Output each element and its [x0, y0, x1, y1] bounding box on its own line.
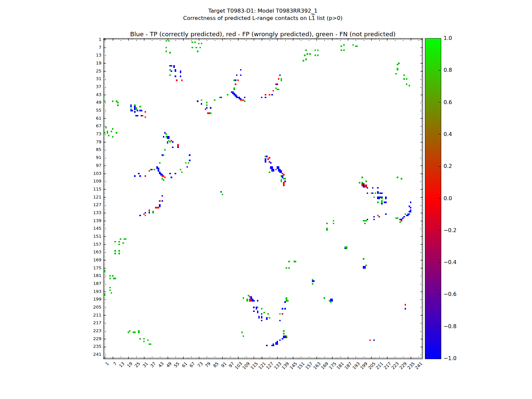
y-major-tick — [420, 323, 423, 324]
y-major-tick — [104, 315, 106, 316]
y-tick-label: 103 — [87, 171, 101, 176]
y-tick-label: 31 — [87, 76, 101, 81]
y-tick-label: 133 — [87, 210, 101, 215]
y-minor-ticks-right — [421, 39, 423, 359]
y-tick-label: 121 — [87, 195, 101, 200]
y-major-tick — [420, 182, 423, 182]
y-major-tick — [420, 126, 423, 127]
y-major-tick — [420, 63, 423, 64]
x-tick-label: 133 — [253, 361, 283, 391]
y-major-tick — [420, 260, 423, 260]
x-tick-label: 25 — [111, 361, 141, 391]
x-major-tick — [176, 39, 176, 41]
x-tick-label: 85 — [190, 361, 220, 391]
y-major-tick — [104, 252, 106, 253]
x-tick-label: 223 — [370, 361, 400, 391]
y-major-tick — [104, 126, 106, 127]
x-tick-label: 175 — [308, 361, 337, 391]
x-major-tick — [176, 356, 176, 359]
colorbar-tick-label: −0.6 — [444, 291, 464, 297]
x-tick-label: 235 — [386, 361, 416, 391]
x-major-tick — [332, 356, 332, 359]
x-major-tick — [207, 356, 207, 359]
x-major-tick — [160, 39, 160, 41]
x-tick-label: 61 — [159, 361, 189, 391]
x-major-tick — [277, 356, 278, 359]
y-tick-label: 193 — [87, 289, 101, 294]
y-major-tick — [104, 331, 106, 332]
y-major-tick — [104, 268, 106, 268]
y-major-tick — [104, 300, 106, 300]
x-major-tick — [293, 356, 293, 359]
x-major-tick — [222, 356, 223, 359]
figure-title-line2: Correctness of predicted L-range contact… — [0, 15, 526, 22]
y-tick-label: 55 — [87, 108, 101, 113]
y-major-tick — [420, 347, 423, 347]
y-major-tick — [104, 103, 106, 103]
y-tick-label: 187 — [87, 281, 101, 286]
y-major-tick — [420, 292, 423, 292]
y-major-tick — [104, 284, 106, 284]
x-major-tick — [301, 39, 301, 41]
x-major-tick — [293, 39, 293, 41]
y-major-tick — [104, 339, 106, 339]
y-tick-label: 91 — [87, 155, 101, 160]
x-major-tick — [144, 356, 144, 359]
colorbar-tick-label: −0.2 — [444, 227, 464, 233]
colorbar-tick-label: 0.2 — [444, 163, 464, 169]
x-minor-ticks-top — [104, 39, 423, 40]
x-tick-label: 151 — [276, 361, 306, 391]
x-major-tick — [348, 39, 348, 41]
y-tick-label: 127 — [87, 202, 101, 207]
y-major-tick — [104, 236, 106, 237]
colorbar-tick-label: 1.0 — [444, 35, 464, 41]
y-tick-label: 217 — [87, 320, 101, 326]
x-major-tick — [285, 39, 286, 41]
y-tick-label: 145 — [87, 226, 101, 231]
x-major-tick — [105, 356, 105, 359]
x-major-tick — [270, 39, 270, 41]
x-tick-label: 37 — [127, 361, 157, 391]
x-major-tick — [168, 356, 168, 359]
x-major-tick — [309, 356, 309, 359]
y-major-tick — [104, 71, 106, 71]
x-major-tick — [152, 356, 152, 359]
x-major-tick — [270, 356, 270, 359]
x-major-tick — [199, 39, 199, 41]
x-major-tick — [230, 39, 231, 41]
y-major-tick — [104, 182, 106, 182]
x-major-tick — [128, 356, 129, 359]
x-major-tick — [387, 356, 387, 359]
x-major-tick — [238, 356, 238, 359]
x-tick-label: 139 — [261, 361, 291, 391]
y-tick-label: 97 — [87, 163, 101, 168]
x-major-tick — [121, 356, 121, 359]
y-major-tick — [420, 308, 423, 308]
x-tick-label: 187 — [323, 361, 353, 391]
y-major-tick — [420, 315, 423, 316]
y-major-tick — [104, 221, 106, 221]
y-major-tick — [104, 308, 106, 308]
x-major-tick — [152, 39, 152, 41]
x-major-tick — [136, 356, 137, 359]
y-major-tick — [104, 229, 106, 229]
x-tick-label: 127 — [245, 361, 275, 391]
x-major-tick — [277, 39, 278, 41]
x-tick-label: 193 — [331, 361, 361, 391]
y-major-tick — [420, 71, 423, 71]
y-major-tick — [420, 174, 423, 174]
contact-map-plot — [103, 38, 423, 359]
x-tick-label: 103 — [213, 361, 243, 391]
x-tick-label: 43 — [135, 361, 165, 391]
y-major-tick — [104, 40, 106, 40]
y-major-tick — [104, 56, 106, 56]
x-tick-label: 1 — [80, 361, 110, 391]
y-tick-label: 61 — [87, 116, 101, 121]
x-minor-ticks-bottom — [104, 357, 423, 359]
y-major-tick — [420, 142, 423, 142]
x-major-tick — [340, 39, 340, 41]
matplotlib-figure: Target T0983-D1: Model T0983RR392_1 Corr… — [0, 0, 532, 399]
y-major-tick — [420, 48, 423, 48]
x-major-tick — [309, 39, 309, 41]
y-tick-label: 157 — [87, 242, 101, 247]
